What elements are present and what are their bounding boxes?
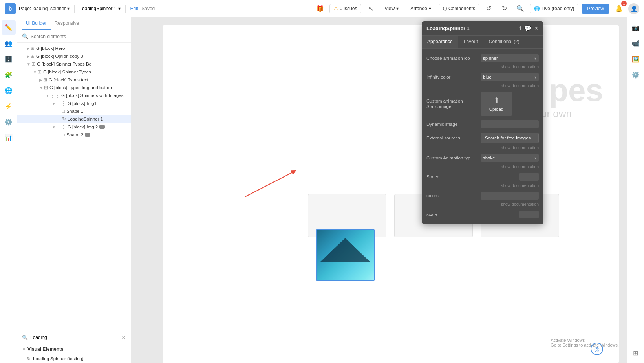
tree-item-spinners-images[interactable]: ▼ ⋮⋮ G [block] Spinners with Images [17,92,131,99]
clear-search-button[interactable]: ✕ [121,334,126,341]
dots-grid-icon: ⋮⋮ [57,124,66,130]
custom-animation-label: Custom animation [426,99,478,103]
section-arrow-icon: ▼ [22,347,26,352]
sidebar-item-users[interactable]: 👥 [2,36,16,50]
show-doc-custom-animation-type[interactable]: show documentation [422,164,543,170]
live-button[interactable]: 🌐 Live (read-only) [530,4,578,13]
visual-elements-header[interactable]: ▼ Visual Elements [17,344,131,354]
tree-item-option-copy[interactable]: ▶ ⊞ G [block] Option copy 3 [17,52,131,60]
sidebar-item-lightning[interactable]: ⚡ [2,99,16,113]
edit-button[interactable]: Edit [130,6,139,11]
tree-item-img1[interactable]: ▼ ⋮⋮ G [block] Img1 [17,99,131,107]
upload-button[interactable]: ⬆ Upload [481,92,539,116]
custom-animation-type-select[interactable]: shake ▾ [481,154,539,162]
search-images-button[interactable]: Search for free images [481,133,539,143]
sidebar-item-db[interactable]: 🗄️ [2,52,16,66]
dynamic-image-field[interactable] [481,120,539,128]
sidebar-item-settings[interactable]: ⚙️ [2,115,16,129]
issues-button[interactable]: ⚠ 0 issues [329,4,361,13]
sidebar-image-icon[interactable]: 🖼️ [629,52,643,66]
sidebar-gear-icon[interactable]: ⚙️ [629,68,643,82]
search-icon[interactable]: 🔍 [514,2,527,15]
prop-row-external-sources: External sources Search for free images [422,130,543,145]
spinner-image [317,230,374,280]
search-images-control[interactable]: Search for free images [481,133,539,143]
infinity-color-dropdown[interactable]: blue ▾ [481,73,539,81]
show-doc-speed[interactable]: show documentation [422,183,543,189]
sidebar-item-globe[interactable]: 🌐 [2,83,16,97]
circle-icon[interactable]: ◎ [591,343,603,355]
shape-icon: □ [62,132,65,138]
avatar[interactable]: 👤 [628,3,639,14]
colors-label: colors [426,193,478,198]
sidebar-item-chart[interactable]: 📊 [2,130,16,145]
sidebar-item-edit[interactable]: ✏️ [2,20,16,35]
components-cube-icon: ⬡ [443,6,447,11]
tab-conditional[interactable]: Conditional (2) [483,36,525,48]
tab-appearance[interactable]: Appearance [422,36,458,48]
cursor-icon[interactable]: ↖ [364,2,377,15]
tab-responsive[interactable]: Responsive [51,17,83,30]
notification-badge[interactable]: 🔔 1 [613,2,625,15]
spinner-element[interactable]: ↻ ⟳ LoadingSpinner 1 [316,229,375,280]
preview-button[interactable]: Preview [582,4,609,14]
comment-icon[interactable]: 💬 [524,25,531,31]
gift-icon[interactable]: 🎁 [314,2,326,15]
dropdown-arrow-icon: ▾ [534,156,536,160]
arrange-label: Arrange [410,6,427,11]
tree-item-spinner-types-bg[interactable]: ▼ ⊞ G [block] Spinner Types Bg [17,60,131,68]
prop-row-dynamic-image: Dynamic image [422,118,543,130]
components-button[interactable]: ⬡ Components [439,4,479,13]
prop-row-speed: Speed 1 [422,170,543,183]
page-types-text: pes [549,72,603,108]
colors-input[interactable]: #3EBDDD #3EBDDD [481,192,539,200]
upload-btn[interactable]: ⬆ Upload [481,92,512,116]
bottom-search-input[interactable] [30,335,119,340]
arrange-button[interactable]: Arrange ▾ [406,4,435,13]
tree-item-img2[interactable]: ▼ ⋮⋮ G [block] Img 2 ... [17,123,131,131]
show-doc-animation-ico[interactable]: show documentation [422,64,543,71]
props-body: Choose animation ico spinner ▾ show docu… [422,49,543,224]
dynamic-image-input[interactable] [481,120,539,128]
tab-layout[interactable]: Layout [458,36,483,48]
show-doc-external-sources[interactable]: show documentation [422,145,543,152]
tab-ui-builder[interactable]: UI Builder [22,17,51,30]
element-search-bar: 🔍 [17,30,131,43]
view-chevron-icon: ▾ [396,6,399,11]
page-selector[interactable]: Page: loading_spinner ▾ [19,6,70,11]
scale-control: 1 [481,211,539,218]
search-icon: 🔍 [22,33,28,39]
sidebar-item-puzzle[interactable]: 🧩 [2,68,16,82]
custom-animation-type-dropdown[interactable]: shake ▾ [481,154,539,162]
animation-ico-dropdown[interactable]: spinner ▾ [481,54,539,62]
close-icon[interactable]: ✕ [534,25,539,31]
tree-item-types-img-button[interactable]: ▼ ⊞ G [block] Types Img and button [17,84,131,92]
scale-input[interactable]: 1 [519,211,539,218]
tree-item-loading-spinner1[interactable]: ▶ ↻ LoadingSpinner 1 [17,115,131,123]
bottom-item-loading-spinner[interactable]: ↻ Loading Spinner (testing) [17,354,131,363]
main-layout: ✏️ 👥 🗄️ 🧩 🌐 ⚡ ⚙️ 📊 UI Builder Responsive… [0,17,644,363]
dropdown-arrow-icon: ▾ [534,75,536,79]
redo-icon[interactable]: ↻ [498,2,511,15]
tree-item-shape2[interactable]: ▶ □ Shape 2 ... [17,131,131,139]
tree-item-spinner-types[interactable]: ▼ ⊞ G [block] Spinner Types [17,68,131,76]
undo-icon[interactable]: ↺ [483,2,495,15]
colors-control[interactable]: #3EBDDD #3EBDDD [481,192,539,200]
component-selector[interactable]: LoadingSpinner 1 ▾ [79,6,120,11]
sidebar-video-icon[interactable]: 📹 [629,36,643,50]
show-doc-colors[interactable]: show documentation [422,202,543,208]
speed-input[interactable]: 1 [519,173,539,181]
sidebar-camera-icon[interactable]: 📷 [629,20,643,35]
view-button[interactable]: View ▾ [380,4,403,13]
info-icon[interactable]: ℹ [519,25,521,31]
infinity-color-select[interactable]: blue ▾ [481,73,539,81]
grid-layout-icon[interactable]: ⊞ [629,346,643,360]
warning-icon: ⚠ [334,6,338,11]
tree-item-types-text[interactable]: ▶ ⊞ G [block] Types text [17,76,131,84]
search-input[interactable] [31,34,126,39]
tree-item-hero[interactable]: ▶ ⊞ G [block] Hero [17,44,131,52]
animation-ico-select[interactable]: spinner ▾ [481,54,539,62]
tree-item-shape1[interactable]: ▶ □ Shape 1 [17,107,131,115]
show-doc-infinity-color[interactable]: show documentation [422,83,543,90]
dynamic-image-label: Dynamic image [426,122,478,126]
